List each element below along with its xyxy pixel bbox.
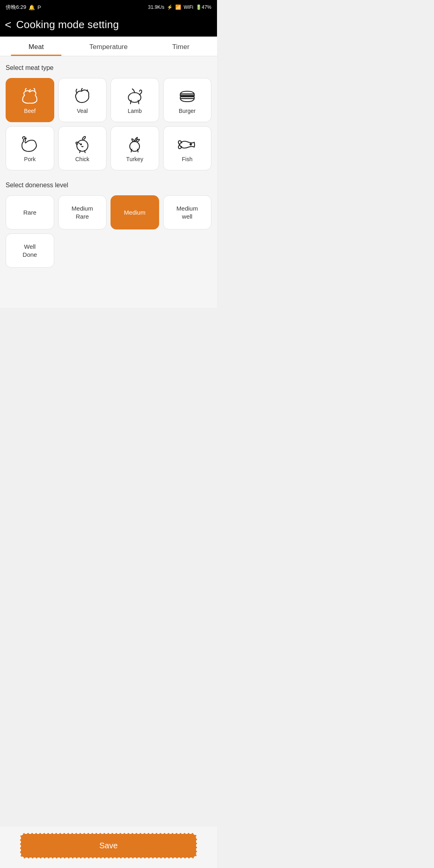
status-time: 傍晚6:29 [6,4,26,11]
meat-section-label: Select meat type [6,64,211,72]
status-icon-2: P [37,4,41,10]
tab-temperature[interactable]: Temperature [72,37,145,56]
svg-point-0 [129,92,141,102]
signal-icon: 📶 [175,4,181,10]
veal-label: Veal [77,108,88,114]
wifi-icon: WiFi [184,4,193,10]
chick-label: Chick [75,156,89,162]
burger-label: Burger [179,108,196,114]
battery-icon: 🔋47% [196,4,211,10]
tab-timer[interactable]: Timer [145,37,217,56]
turkey-icon [124,136,145,154]
tab-meat[interactable]: Meat [0,37,72,56]
pork-icon [19,136,40,154]
doneness-medium-rare-label: Medium Rare [72,205,93,220]
doneness-grid: Rare Medium Rare Medium Medium well [6,195,211,229]
meat-card-turkey[interactable]: Turkey [111,126,159,170]
svg-point-7 [190,143,191,145]
meat-card-pork[interactable]: Pork [6,126,54,170]
meat-card-veal[interactable]: Veal [58,78,107,122]
doneness-well-done-label: Well Done [23,243,37,258]
meat-type-grid: Beef Veal [6,78,211,170]
svg-point-6 [130,141,139,151]
meat-card-chick[interactable]: Chick [58,126,107,170]
bluetooth-icon: ⚡ [167,4,173,10]
main-content: Select meat type Beef [0,56,217,308]
network-speed: 31.9K/s [148,4,164,10]
pork-label: Pork [24,156,36,162]
beef-label: Beef [24,108,36,114]
doneness-medium-label: Medium [124,209,145,217]
status-left: 傍晚6:29 🔔 P [6,4,41,11]
chick-icon [72,136,93,154]
tab-bar: Meat Temperature Timer [0,37,217,56]
status-bar: 傍晚6:29 🔔 P 31.9K/s ⚡ 📶 WiFi 🔋47% [0,0,217,14]
doneness-card-rare[interactable]: Rare [6,195,54,229]
app-header: < Cooking mode setting [0,14,217,37]
status-right: 31.9K/s ⚡ 📶 WiFi 🔋47% [148,4,211,10]
svg-point-4 [77,140,88,151]
lamb-icon [124,88,145,105]
back-button[interactable]: < [5,19,11,31]
svg-point-5 [80,144,82,145]
status-icon-1: 🔔 [29,4,35,10]
fish-label: Fish [182,156,192,162]
doneness-rare-label: Rare [23,209,37,217]
doneness-card-medium-well[interactable]: Medium well [163,195,212,229]
meat-card-beef[interactable]: Beef [6,78,54,122]
doneness-medium-well-label: Medium well [176,205,198,220]
doneness-card-medium-rare[interactable]: Medium Rare [58,195,107,229]
doneness-card-medium[interactable]: Medium [111,195,159,229]
doneness-section-label: Select doneness level [6,182,211,189]
doneness-grid-row2: Well Done [6,233,211,268]
turkey-label: Turkey [126,156,143,162]
meat-card-fish[interactable]: Fish [163,126,212,170]
fish-icon [177,136,198,154]
veal-icon [72,88,93,105]
meat-card-lamb[interactable]: Lamb [111,78,159,122]
beef-icon [19,88,40,105]
lamb-label: Lamb [128,108,142,114]
meat-card-burger[interactable]: Burger [163,78,212,122]
burger-icon [177,88,198,105]
page-title: Cooking mode setting [16,18,119,31]
doneness-card-well-done[interactable]: Well Done [6,233,54,268]
